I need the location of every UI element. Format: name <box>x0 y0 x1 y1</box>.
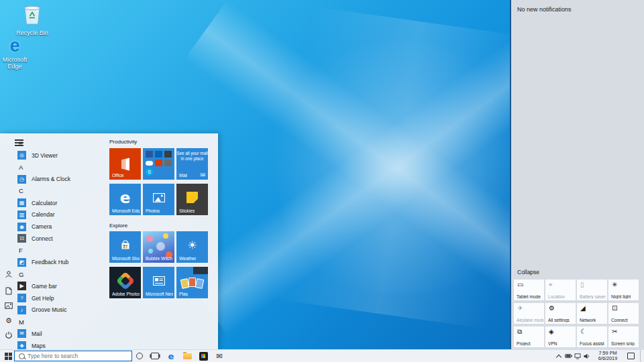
battery-icon <box>565 354 572 358</box>
connect-icon: ⊡ <box>612 304 617 312</box>
airplane-icon: ✈ <box>517 304 523 312</box>
taskbar: e ✉ <box>0 349 644 362</box>
document-icon <box>5 287 12 295</box>
powerpoint-icon <box>155 160 162 166</box>
start-menu: ⚙ # ◎ 3D Viewer A ◷ Alarms & Clock C ▦ C… <box>0 133 218 350</box>
folder-icon <box>183 353 192 359</box>
collapse-link[interactable]: Collapse <box>517 269 539 276</box>
search-input[interactable] <box>28 353 131 359</box>
tray-volume-button[interactable] <box>582 350 592 362</box>
taskbar-edge-button[interactable]: e <box>165 350 177 362</box>
app-list-section-letter[interactable]: G <box>17 268 106 280</box>
app-list-section-letter[interactable]: # <box>17 137 106 149</box>
user-account-button[interactable] <box>4 269 13 279</box>
desktop-icon-microsoft-edge[interactable]: e Microsoft Edge <box>0 37 30 70</box>
app-list-item-camera[interactable]: ◉ Camera <box>17 221 106 233</box>
app-list-item-mail[interactable]: ✉ Mail <box>17 328 106 340</box>
task-view-button[interactable] <box>149 350 161 362</box>
search-icon <box>19 353 25 359</box>
start-button[interactable] <box>3 350 13 362</box>
desktop-icon-label: Microsoft Edge <box>0 56 30 70</box>
tray-network-button[interactable] <box>573 350 582 362</box>
quick-action-tablet-mode[interactable]: ▭ Tablet mode <box>514 280 544 300</box>
mail-envelope-icon: ✉ <box>200 172 205 178</box>
documents-button[interactable] <box>4 286 13 296</box>
location-icon: ⌖ <box>549 281 553 289</box>
app-list-item-calendar[interactable]: ▥ Calendar <box>17 209 106 221</box>
quick-action-network[interactable]: ◢ Network <box>577 303 607 324</box>
tile-bubble-witch-3-saga[interactable]: Bubble Witch 3 Saga <box>143 231 174 263</box>
app-list-item-get-help[interactable]: ? Get Help <box>17 292 106 304</box>
calendar-icon: ▥ <box>17 210 26 219</box>
tile-adobe-photoshop[interactable]: Adobe Photos... <box>109 267 141 298</box>
action-center-panel: No new notifications Collapse ▭ Tablet m… <box>510 0 644 350</box>
tablet-mode-icon: ▭ <box>517 281 523 288</box>
tile-office-apps-folder[interactable]: S <box>143 148 174 180</box>
battery-saver-icon: ▯ <box>580 281 584 288</box>
app-list-item-groove-music[interactable]: ♪ Groove Music <box>17 304 106 316</box>
quick-action-location[interactable]: ⌖ Location <box>545 280 576 300</box>
taskbar-file-explorer-button[interactable] <box>181 350 193 362</box>
gear-icon: ⚙ <box>549 304 555 312</box>
speaker-icon <box>584 353 590 359</box>
app-list-section-letter[interactable]: M <box>17 316 106 328</box>
tile-microsoft-news[interactable]: Microsoft News <box>143 267 174 298</box>
settings-button[interactable]: ⚙ <box>4 316 13 325</box>
tile-microsoft-store[interactable]: Microsoft Store <box>109 231 141 263</box>
app-list-item-feedback-hub[interactable]: ◩ Feedback Hub <box>17 257 106 269</box>
desktop-icon-label: Recycle Bin <box>16 29 48 36</box>
desktop-icon-recycle-bin[interactable]: Recycle Bin <box>16 3 48 36</box>
pictures-button[interactable] <box>4 301 13 310</box>
power-icon <box>5 331 13 339</box>
3d-viewer-icon: ◎ <box>17 151 26 160</box>
tile-office[interactable]: Office <box>109 148 141 180</box>
alarms-clock-icon: ◷ <box>17 175 26 184</box>
tile-weather[interactable]: ☀ Weather <box>176 231 208 263</box>
tray-show-hidden-icons-button[interactable] <box>555 350 563 362</box>
taskbar-search-box[interactable] <box>14 351 132 361</box>
taskbar-store-button[interactable] <box>197 350 209 362</box>
feedback-hub-icon: ◩ <box>17 258 26 267</box>
app-list-section-letter[interactable]: F <box>17 245 106 257</box>
tile-photos[interactable]: Photos <box>143 184 174 215</box>
quick-action-all-settings[interactable]: ⚙ All settings <box>545 303 576 324</box>
quick-action-focus-assist[interactable]: ☾ Focus assist <box>577 326 607 347</box>
tile-microsoft-edge[interactable]: e Microsoft Edge <box>109 184 141 215</box>
tray-battery-button[interactable] <box>564 350 573 362</box>
screen: Recycle Bin e Microsoft Edge <box>0 0 644 362</box>
app-list-section-letter[interactable]: C <box>17 185 106 197</box>
chevron-up-icon <box>556 354 561 359</box>
power-button[interactable] <box>4 330 13 340</box>
quick-action-project[interactable]: ⧉ Project <box>514 326 544 347</box>
tile-mail[interactable]: See all your mail in one place Mail ✉ <box>176 148 208 180</box>
show-desktop-button[interactable] <box>640 350 644 362</box>
game-bar-icon: ▶ <box>17 282 26 290</box>
office-apps-folder-icons: S <box>146 151 172 177</box>
action-center-button[interactable] <box>625 350 636 362</box>
quick-action-night-light[interactable]: ✳ Night light <box>608 280 639 300</box>
quick-action-battery-saver[interactable]: ▯ Battery saver <box>577 280 607 300</box>
app-list-item-calculator[interactable]: ▦ Calculator <box>17 197 106 209</box>
app-list-item-3d-viewer[interactable]: ◎ 3D Viewer <box>17 149 106 162</box>
recycle-bin-icon <box>22 3 42 25</box>
app-list-item-maps[interactable]: ◈ Maps <box>17 340 106 350</box>
app-list-item-connect[interactable]: ⊡ Connect <box>17 233 106 245</box>
cortana-button[interactable] <box>134 350 145 362</box>
app-list-item-alarms-clock[interactable]: ◷ Alarms & Clock <box>17 173 106 185</box>
edge-icon: e <box>0 37 30 55</box>
user-icon <box>5 270 13 278</box>
tile-play[interactable]: Play <box>176 267 208 298</box>
app-list-item-game-bar[interactable]: ▶ Game bar <box>17 280 106 292</box>
taskbar-clock[interactable]: 7:59 PM 6/6/2019 <box>593 350 623 362</box>
quick-action-connect[interactable]: ⊡ Connect <box>608 303 639 324</box>
taskbar-mail-button[interactable]: ✉ <box>213 350 225 362</box>
app-list-section-letter[interactable]: A <box>17 162 106 174</box>
quick-action-airplane-mode[interactable]: ✈ Airplane mode <box>514 303 544 324</box>
wallpaper-glow <box>262 40 543 295</box>
tile-group-title: Explore <box>109 223 127 229</box>
quick-action-screen-snip[interactable]: ✂ Screen snip <box>608 326 639 347</box>
skype-icon: S <box>146 168 153 176</box>
quick-action-vpn[interactable]: ◈ VPN <box>545 326 576 347</box>
vpn-icon: ◈ <box>549 328 554 335</box>
tile-stickies[interactable]: Stickies <box>176 184 208 215</box>
